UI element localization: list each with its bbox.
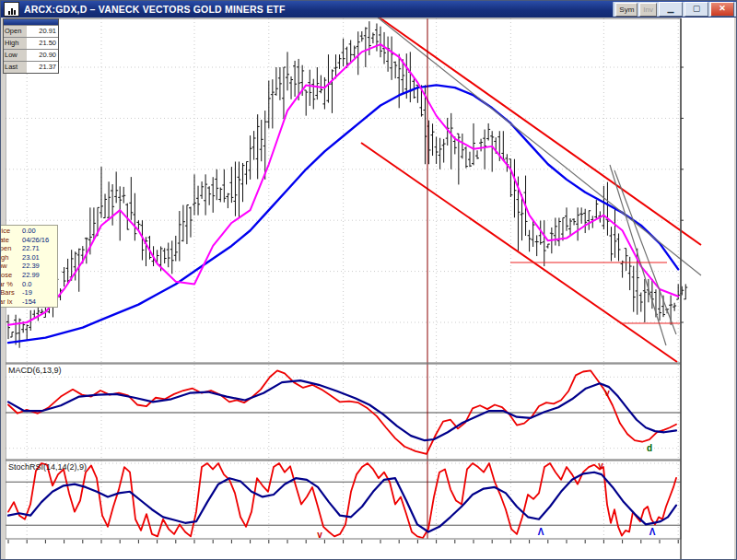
signal-annotation-Λ: Λ bbox=[649, 528, 656, 537]
tooltip-row: High23.01 bbox=[0, 253, 57, 262]
inv-button[interactable]: Inv bbox=[639, 3, 657, 17]
app-chart-icon bbox=[4, 2, 19, 17]
window-title: ARCX:GDX,D – VANECK VECTORS GOLD MINERS … bbox=[24, 4, 286, 15]
signal-annotation-v: v bbox=[598, 461, 603, 471]
close-button[interactable]: ✕ bbox=[710, 2, 734, 17]
quote-row-open: Open20.91 bbox=[4, 25, 58, 37]
tooltip-row: # Bars-19 bbox=[0, 288, 57, 298]
tooltip-row: Open22.71 bbox=[0, 244, 57, 253]
crosshair-data-tooltip: Price0.00Date04/26/16Open22.71High23.01L… bbox=[0, 225, 58, 308]
signal-annotation-d: d bbox=[647, 444, 652, 453]
tooltip-row: Low22.39 bbox=[0, 262, 57, 271]
maximize-button[interactable]: ▢ bbox=[684, 2, 708, 17]
stochrsi-panel-title: StochRSI(14,14(2),9) bbox=[8, 462, 87, 472]
sym-button[interactable]: Sym bbox=[615, 3, 638, 17]
tooltip-row: Bar Ix-154 bbox=[0, 298, 57, 307]
title-bar[interactable]: ARCX:GDX,D – VANECK VECTORS GOLD MINERS … bbox=[1, 1, 737, 18]
tooltip-row: Price0.00 bbox=[0, 227, 57, 236]
quote-row-high: High21.50 bbox=[4, 37, 58, 49]
signal-annotation-v: v bbox=[317, 531, 322, 540]
titlebar-controls: Sym Inv ▁ ▢ ✕ bbox=[613, 2, 736, 17]
macd-panel-title: MACD(6,13,9) bbox=[8, 366, 62, 375]
minimize-button[interactable]: ▁ bbox=[659, 2, 683, 17]
tooltip-row: Close22.99 bbox=[0, 271, 57, 280]
signal-annotation-v: v bbox=[604, 389, 610, 398]
tooltip-row: Var %0.0 bbox=[0, 280, 57, 289]
chart-canvas[interactable] bbox=[1, 1, 737, 560]
tooltip-row: Date04/26/16 bbox=[0, 236, 57, 245]
quote-box: Open20.91 High21.50 Low20.90 Last21.37 bbox=[3, 18, 59, 74]
chart-background bbox=[1, 18, 737, 560]
quote-row-last: Last21.37 bbox=[4, 61, 58, 73]
quote-row-low: Low20.90 bbox=[4, 49, 58, 61]
signal-annotation-Λ: Λ bbox=[538, 528, 544, 537]
chart-window: ARCX:GDX,D – VANECK VECTORS GOLD MINERS … bbox=[0, 0, 737, 560]
